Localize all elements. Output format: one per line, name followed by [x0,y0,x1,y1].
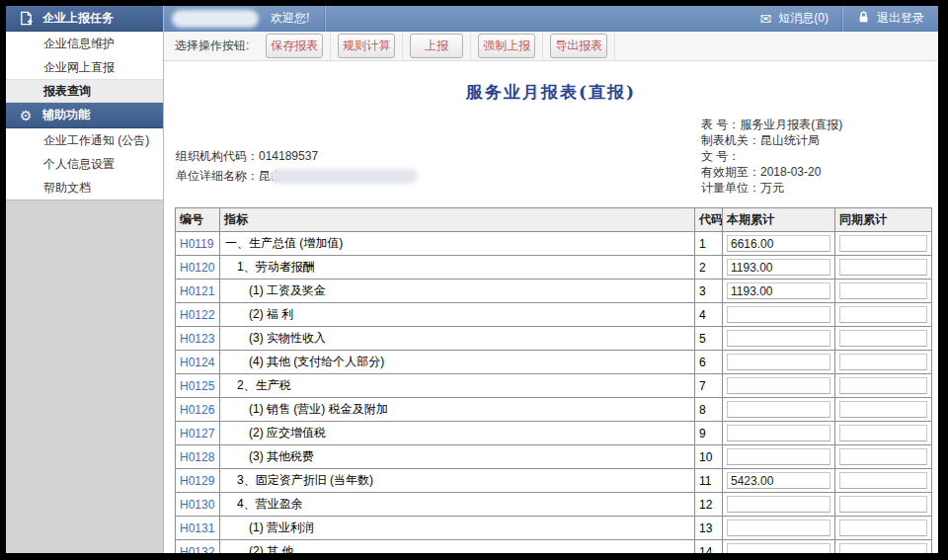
same-period-input[interactable] [839,425,927,441]
same-period-input[interactable] [839,306,927,323]
row-id-link[interactable]: H0124 [176,351,220,374]
current-period-input[interactable] [727,520,830,536]
same-period-input[interactable] [839,377,927,394]
row-id-link[interactable]: H0127 [176,422,220,445]
current-period-input[interactable] [727,330,830,347]
current-period-input[interactable] [727,259,830,276]
same-period-input[interactable] [839,543,927,553]
report-content: 服务业月报表(直报) 表 号：服务业月报表(直报) 制表机关：昆山统计局 文 号… [164,61,938,553]
row-code: 14 [695,540,723,554]
row-id-link[interactable]: H0129 [176,469,220,493]
row-code: 3 [695,280,723,303]
sidebar-item-online-direct-report[interactable]: 企业网上直报 [6,55,163,79]
table-row: H0127(2) 应交增值税9 [176,422,932,445]
redacted-username [172,10,259,28]
same-period-input[interactable] [839,448,927,465]
row-id-link[interactable]: H0122 [176,303,220,327]
row-id-link[interactable]: H0125 [176,374,220,398]
row-code: 4 [695,303,723,327]
same-period-input[interactable] [839,354,927,370]
same-period-input[interactable] [839,401,927,418]
sidebar-item-work-notice[interactable]: 企业工作通知 (公告) [6,128,163,152]
sidebar-section-auxiliary[interactable]: ⚙ 辅助功能 [6,103,163,128]
same-period-input[interactable] [839,235,927,252]
sidebar-section-enterprise-tasks[interactable]: 企业上报任务 [6,6,163,32]
row-id-link[interactable]: H0128 [176,445,220,469]
indicator-label: (1) 销售 (营业) 税金及附加 [220,398,695,422]
messages-button[interactable]: ✉ 短消息(0) [747,6,842,31]
messages-label: 短消息(0) [778,10,829,27]
force-submit-button[interactable]: 强制上报 [478,34,535,58]
value-cell [723,327,835,351]
current-period-input[interactable] [727,425,830,441]
row-code: 7 [695,374,723,398]
lock-icon [857,10,870,27]
table-row: H0123(3) 实物性收入5 [176,327,932,351]
topbar-actions: ✉ 短消息(0) 退出登录 [747,6,938,31]
indicator-label: (2) 其 他 [220,540,695,554]
org-code-value: 014189537 [259,149,318,163]
row-id-link[interactable]: H0130 [176,493,220,517]
row-code: 6 [695,351,723,374]
value-cell [835,351,932,374]
row-id-link[interactable]: H0131 [176,517,220,540]
table-row: H0128(3) 其他税费10 [176,445,932,469]
save-report-button[interactable]: 保存报表 [266,34,323,58]
row-id-link[interactable]: H0132 [176,540,220,554]
row-id-link[interactable]: H0126 [176,398,220,422]
row-code: 11 [695,469,723,493]
current-period-input[interactable] [727,543,830,553]
indicator-label: 3、固定资产折旧 (当年数) [220,469,695,493]
same-period-input[interactable] [839,520,927,536]
sidebar-item-report-query[interactable]: 报表查询 [6,79,163,103]
export-report-button[interactable]: 导出报表 [550,34,607,58]
sidebar-item-help-docs[interactable]: 帮助文档 [6,176,163,200]
current-period-input[interactable] [727,282,830,299]
current-period-input[interactable] [727,472,830,489]
submit-button[interactable]: 上报 [410,34,463,58]
report-table: 编号指标代码本期累计同期累计 H0119一、生产总值 (增加值)1H01201、… [175,207,932,553]
app-window: 企业上报任务 企业信息维护 企业网上直报 报表查询 ⚙ 辅助功能 企业工作通知 … [6,6,938,553]
value-cell [835,493,932,517]
current-period-input[interactable] [727,235,830,252]
gear-icon: ⚙ [18,108,34,123]
row-code: 12 [695,493,723,517]
current-period-input[interactable] [727,448,830,465]
toolbar-label: 选择操作按钮: [164,38,259,54]
current-period-input[interactable] [727,401,830,418]
value-cell [835,398,932,422]
row-code: 8 [695,398,723,422]
welcome-text: 欢迎您! [271,10,309,27]
table-row: H0126(1) 销售 (营业) 税金及附加8 [176,398,932,422]
row-id-link[interactable]: H0121 [176,280,220,303]
column-header: 本期累计 [723,208,835,232]
current-period-input[interactable] [727,377,830,394]
current-period-input[interactable] [727,306,830,323]
same-period-input[interactable] [839,282,927,299]
value-cell [835,469,932,493]
sidebar-item-enterprise-info[interactable]: 企业信息维护 [6,32,163,55]
value-cell [835,256,932,280]
rule-calculate-button[interactable]: 规则计算 [338,34,395,58]
same-period-input[interactable] [839,330,927,347]
row-id-link[interactable]: H0123 [176,327,220,351]
logout-label: 退出登录 [877,10,924,27]
same-period-input[interactable] [839,496,927,513]
logout-button[interactable]: 退出登录 [843,6,938,31]
table-row: H0122(2) 福 利4 [176,303,932,327]
table-row: H0124(4) 其他 (支付给个人部分)6 [176,351,932,374]
toolbar: 选择操作按钮: 保存报表 规则计算 上报 强制上报 导出报表 [164,32,938,61]
same-period-input[interactable] [839,472,927,489]
topbar: 欢迎您! ✉ 短消息(0) 退出登录 [164,6,938,32]
row-id-link[interactable]: H0119 [176,232,220,256]
value-cell [723,469,835,493]
sidebar-item-personal-settings[interactable]: 个人信息设置 [6,152,163,176]
indicator-label: (1) 工资及奖金 [220,280,695,303]
row-id-link[interactable]: H0120 [176,256,220,280]
same-period-input[interactable] [839,259,927,276]
current-period-input[interactable] [727,496,830,513]
column-header: 同期累计 [835,208,932,232]
value-cell [723,493,835,517]
current-period-input[interactable] [727,354,830,370]
value-cell [723,374,835,398]
